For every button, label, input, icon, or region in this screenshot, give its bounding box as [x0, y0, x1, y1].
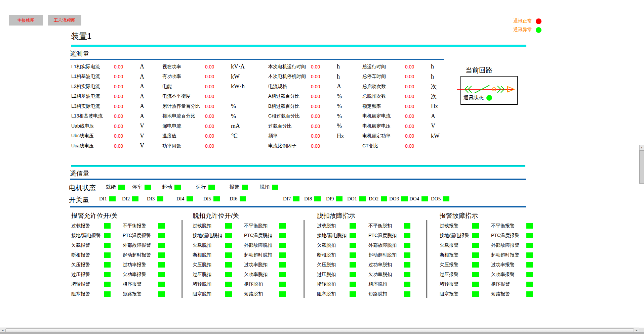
- status-indicator: [279, 243, 286, 248]
- telemetry-row: 总启动次数 0.00 次: [362, 82, 452, 92]
- vertical-scrollbar-thumb[interactable]: [639, 150, 644, 184]
- motor-status-item: 起动: [162, 184, 181, 190]
- signal-group-item: 起动超时报警: [491, 250, 533, 260]
- signal-group-item-label: PTC温度脱扣: [368, 233, 404, 239]
- signal-group-item: 断相报警: [440, 250, 479, 260]
- status-indicator: [472, 282, 479, 287]
- telemetry-unit: A: [140, 103, 144, 110]
- switch-io-item-label: DI6: [230, 196, 237, 202]
- telemetry-row: 电机额定功率 0.00 kW: [362, 131, 452, 141]
- signal-group-item-label: 过压脱扣: [317, 272, 350, 278]
- status-indicator: [104, 252, 111, 258]
- telemetry-row: 有功功率 0.00 kW: [162, 72, 256, 82]
- telemetry-value: 0.00: [114, 133, 140, 139]
- signal-group-title: 脱扣故障指示: [317, 211, 410, 221]
- telemetry-label: 电能: [162, 84, 205, 90]
- status-indicator: [104, 282, 111, 287]
- comm-legend-label: 通讯异常: [513, 27, 532, 33]
- signal-group-item: 短路报警: [123, 289, 165, 299]
- horizontal-scrollbar[interactable]: ◄ ►: [0, 328, 639, 333]
- telemetry-value: 0.00: [311, 143, 337, 149]
- switch-io-item-label: DI9: [326, 196, 334, 202]
- telemetry-label: A相过载百分比: [268, 93, 311, 99]
- signal-group-item-label: 起动超时脱扣: [244, 252, 279, 258]
- signal-group-item: 起动超时报警: [123, 250, 165, 260]
- signal-group-title: 报警允许位开/关: [71, 211, 165, 221]
- signals-section-title: 遥信量: [70, 170, 89, 177]
- status-indicator: [158, 233, 165, 238]
- signal-group-item-label: 不平衡脱扣: [368, 223, 404, 229]
- signal-group-item-label: 断相报警: [440, 252, 472, 258]
- scroll-left-icon: ◄: [1, 329, 4, 332]
- signal-group: 脱扣故障指示 过载脱扣 接地/漏电脱扣 欠载脱扣 断相脱扣: [317, 211, 410, 299]
- signal-group-item-label: 接地/漏电报警: [71, 233, 104, 239]
- telemetry-label: 频率: [268, 133, 311, 139]
- scroll-right-button[interactable]: ►: [634, 328, 639, 333]
- status-indicator: [225, 223, 232, 229]
- nav-button[interactable]: 主接线图: [9, 15, 43, 26]
- signal-group-item-label: 不平衡脱扣: [244, 223, 279, 229]
- telemetry-unit: kW·h: [231, 83, 245, 90]
- status-indicator: [526, 243, 533, 248]
- telemetry-label: 有功功率: [162, 74, 205, 80]
- status-indicator: [225, 233, 232, 238]
- signal-group-item-label: 接地/漏电脱扣: [317, 233, 350, 239]
- status-indicator: [421, 196, 428, 201]
- switch-io-item-label: DI1: [99, 196, 107, 202]
- telemetry-value: 0.00: [114, 124, 140, 129]
- telemetry-row: 电流比例因子 0.00: [268, 141, 360, 151]
- signal-group: 报警故障指示 过载报警 接地/漏电报警 欠载报警 断相报警: [440, 211, 533, 299]
- status-indicator: [350, 243, 356, 248]
- status-indicator: [472, 243, 479, 248]
- telemetry-row: Uab线电压 0.00 V: [71, 121, 163, 131]
- signal-group-item: 过功率报警: [123, 260, 165, 270]
- signal-group-item-label: 断相报警: [71, 252, 104, 258]
- switch-io-item: DI5: [203, 196, 220, 202]
- telemetry-value: 0.00: [311, 84, 337, 89]
- signal-group-item: 短路报警: [491, 289, 533, 299]
- status-indicator: [279, 252, 286, 258]
- signal-group-item-label: 接地/漏电报警: [440, 233, 472, 239]
- telemetry-label: 额定频率: [362, 103, 405, 109]
- telemetry-value: 0.00: [405, 143, 431, 149]
- status-indicator: [225, 243, 232, 248]
- telemetry-unit: %: [337, 113, 342, 120]
- status-indicator: [279, 272, 286, 277]
- telemetry-unit: A: [140, 63, 144, 70]
- telemetry-label: 漏电电流: [162, 123, 205, 129]
- telemetry-label: 总停车时间: [362, 74, 405, 80]
- status-indicator: [472, 233, 479, 238]
- signal-group-item-label: 欠功率报警: [123, 272, 158, 278]
- telemetry-row: L3相实际电流 0.00 A: [71, 101, 163, 111]
- signal-group-item-label: 堵转报警: [440, 281, 472, 287]
- circuit-panel-title: 当前回路: [466, 66, 492, 75]
- switch-io-item: DI9: [326, 196, 343, 202]
- telemetry-row: 总脱扣次数 0.00 次: [362, 92, 452, 102]
- status-indicator: [225, 252, 232, 258]
- signal-group-item-label: 堵转脱扣: [193, 281, 225, 287]
- telemetry-value: 0.00: [311, 64, 337, 69]
- signal-group-item: 堵转报警: [71, 279, 111, 289]
- status-indicator: [279, 282, 286, 287]
- switch-io-item-label: DO4: [409, 196, 419, 202]
- signal-group-item: 相序脱扣: [244, 279, 286, 289]
- telemetry-value: 0.00: [405, 64, 431, 69]
- signal-group-item: 欠功率报警: [491, 270, 533, 279]
- telemetry-label: Uca线电压: [71, 143, 114, 149]
- telemetry-label: C相过载百分比: [268, 113, 311, 119]
- telemetry-label: B相过载百分比: [268, 103, 311, 109]
- status-indicator: [272, 185, 278, 190]
- status-indicator: [279, 233, 286, 238]
- switch-io-item: DO3: [389, 196, 408, 202]
- scroll-left-button[interactable]: ◄: [0, 328, 5, 333]
- signal-group-item-label: 外部故障报警: [123, 242, 158, 248]
- nav-button[interactable]: 工艺流程图: [48, 15, 81, 26]
- status-indicator: [158, 291, 165, 297]
- signal-group-item: 外部故障脱扣: [368, 240, 410, 250]
- status-indicator: [208, 185, 215, 190]
- telemetry-value: 0.00: [405, 133, 431, 139]
- status-indicator: [404, 252, 410, 258]
- status-indicator: [526, 223, 533, 229]
- signal-group-item: 不平衡报警: [123, 221, 165, 231]
- scroll-up-button[interactable]: ▲: [639, 145, 644, 150]
